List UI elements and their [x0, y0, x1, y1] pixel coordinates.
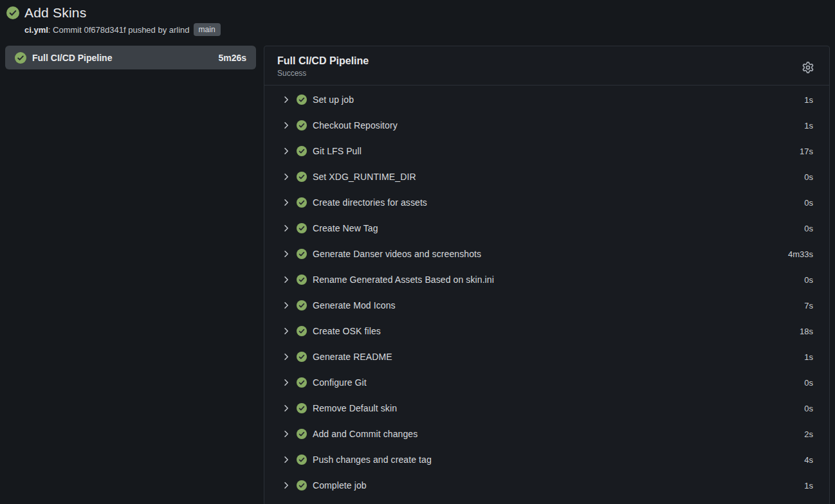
step-duration: 4m33s	[788, 249, 813, 259]
step-name: Push changes and create tag	[313, 455, 804, 465]
step-name: Complete job	[313, 480, 804, 491]
step-row[interactable]: Create OSK files 18s	[264, 318, 829, 344]
step-duration: 7s	[804, 301, 813, 310]
job-settings-button[interactable]	[800, 59, 816, 76]
run-subtitle: ci.yml: Commit 0f678d341f pushed by arli…	[24, 23, 835, 36]
step-duration: 0s	[804, 275, 813, 285]
step-row[interactable]: Checkout Repository 1s	[264, 113, 829, 138]
step-duration: 1s	[804, 352, 813, 362]
step-row[interactable]: Create directories for assets 0s	[264, 190, 829, 215]
check-circle-icon	[297, 377, 307, 388]
chevron-right-icon[interactable]	[282, 301, 291, 310]
job-status-check-circle-icon	[15, 52, 26, 64]
step-row[interactable]: Generate Mod Icons 7s	[264, 292, 829, 318]
chevron-right-icon[interactable]	[282, 147, 291, 156]
commit-text-prefix: : Commit	[48, 25, 84, 35]
step-duration: 0s	[804, 172, 813, 182]
job-panel-title: Full CI/CD Pipeline	[277, 55, 369, 67]
chevron-right-icon[interactable]	[282, 224, 291, 233]
check-circle-icon	[297, 249, 307, 259]
jobs-sidebar: Full CI/CD Pipeline 5m26s	[5, 46, 256, 69]
step-name: Generate Danser videos and screenshots	[313, 249, 788, 259]
step-name: Rename Generated Assets Based on skin.in…	[313, 274, 804, 285]
step-row[interactable]: Complete job 1s	[264, 473, 829, 498]
job-detail-panel: Full CI/CD Pipeline Success	[264, 46, 830, 504]
step-name: Configure Git	[313, 377, 804, 388]
check-circle-icon	[297, 480, 307, 491]
step-name: Checkout Repository	[313, 120, 804, 130]
gear-icon	[802, 62, 814, 73]
workflow-file-name: ci.yml	[24, 25, 48, 35]
chevron-right-icon[interactable]	[282, 429, 291, 438]
step-row[interactable]: Remove Default skin 0s	[264, 395, 829, 421]
step-duration: 4s	[804, 455, 813, 465]
chevron-right-icon[interactable]	[282, 455, 291, 464]
step-name: Set up job	[313, 94, 804, 105]
step-row[interactable]: Set up job 1s	[264, 87, 829, 113]
step-row[interactable]: Rename Generated Assets Based on skin.in…	[264, 267, 829, 292]
check-circle-icon	[297, 403, 307, 413]
check-circle-icon	[297, 146, 307, 156]
chevron-right-icon[interactable]	[282, 327, 291, 336]
chevron-right-icon[interactable]	[282, 275, 291, 284]
step-name: Create OSK files	[313, 326, 800, 336]
chevron-right-icon[interactable]	[282, 95, 291, 104]
step-duration: 0s	[804, 404, 813, 413]
check-circle-icon	[297, 120, 307, 130]
step-duration: 17s	[800, 147, 813, 156]
step-duration: 0s	[804, 224, 813, 233]
step-duration: 0s	[804, 198, 813, 208]
step-duration: 18s	[800, 327, 813, 336]
job-panel-status-text: Success	[277, 69, 369, 78]
step-row[interactable]: Push changes and create tag 4s	[264, 447, 829, 473]
step-duration: 1s	[804, 121, 813, 130]
chevron-right-icon[interactable]	[282, 198, 291, 207]
step-duration: 0s	[804, 378, 813, 388]
step-duration: 1s	[804, 95, 813, 105]
step-duration: 2s	[804, 429, 813, 439]
check-circle-icon	[297, 172, 307, 182]
step-row[interactable]: Generate Danser videos and screenshots 4…	[264, 241, 829, 267]
chevron-right-icon[interactable]	[282, 404, 291, 413]
step-row[interactable]: Git LFS Pull 17s	[264, 138, 829, 164]
step-row[interactable]: Create New Tag 0s	[264, 215, 829, 241]
job-name: Full CI/CD Pipeline	[32, 53, 112, 63]
chevron-right-icon[interactable]	[282, 378, 291, 387]
sidebar-job-item[interactable]: Full CI/CD Pipeline 5m26s	[5, 46, 256, 69]
pushed-by-text: pushed by arlind	[126, 25, 190, 35]
run-status-check-circle-icon	[6, 6, 19, 19]
check-circle-icon	[297, 94, 307, 105]
commit-sha-link[interactable]: 0f678d341f	[84, 25, 125, 35]
steps-list: Set up job 1s	[264, 86, 829, 502]
step-row[interactable]: Configure Git 0s	[264, 370, 829, 395]
chevron-right-icon[interactable]	[282, 172, 291, 181]
job-duration: 5m26s	[218, 53, 246, 63]
step-name: Remove Default skin	[313, 403, 804, 413]
chevron-right-icon[interactable]	[282, 121, 291, 130]
step-row[interactable]: Add and Commit changes 2s	[264, 421, 829, 447]
check-circle-icon	[297, 352, 307, 362]
check-circle-icon	[297, 274, 307, 285]
chevron-right-icon[interactable]	[282, 481, 291, 490]
step-row[interactable]: Set XDG_RUNTIME_DIR 0s	[264, 164, 829, 190]
run-title: Add Skins	[24, 5, 86, 21]
step-name: Create New Tag	[313, 223, 804, 233]
step-name: Generate README	[313, 352, 804, 362]
step-name: Generate Mod Icons	[313, 300, 804, 310]
chevron-right-icon[interactable]	[282, 352, 291, 361]
step-row[interactable]: Generate README 1s	[264, 344, 829, 370]
step-name: Set XDG_RUNTIME_DIR	[313, 172, 804, 182]
chevron-right-icon[interactable]	[282, 249, 291, 258]
step-name: Add and Commit changes	[313, 429, 804, 439]
check-circle-icon	[297, 300, 307, 310]
check-circle-icon	[297, 197, 307, 208]
step-name: Git LFS Pull	[313, 146, 800, 156]
step-name: Create directories for assets	[313, 197, 804, 208]
check-circle-icon	[297, 326, 307, 336]
check-circle-icon	[297, 223, 307, 233]
check-circle-icon	[297, 455, 307, 465]
run-header: Add Skins ci.yml: Commit 0f678d341f push…	[0, 0, 835, 36]
job-panel-header: Full CI/CD Pipeline Success	[264, 46, 829, 86]
check-circle-icon	[297, 429, 307, 439]
branch-badge[interactable]: main	[194, 23, 221, 36]
